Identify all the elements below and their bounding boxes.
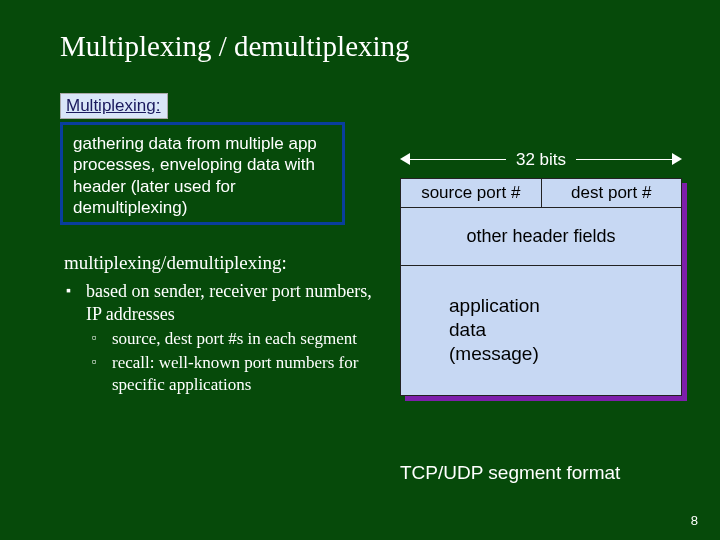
slide-title: Multiplexing / demultiplexing xyxy=(60,30,410,63)
other-fields-cell: other header fields xyxy=(401,208,681,266)
port-row: source port # dest port # xyxy=(401,179,681,208)
bullet-level2: recall: well-known port numbers for spec… xyxy=(112,352,374,395)
arrow-line xyxy=(576,159,676,160)
bits-width-indicator: 32 bits xyxy=(400,148,682,172)
source-port-cell: source port # xyxy=(401,179,542,207)
application-data-cell: applicationdata(message) xyxy=(401,266,681,395)
bullet-text: based on sender, receiver port numbers, … xyxy=(86,281,372,324)
bullet-text: recall: well-known port numbers for spec… xyxy=(112,353,358,393)
segment-box: source port # dest port # other header f… xyxy=(400,178,682,396)
definition-box: gathering data from multiple app process… xyxy=(60,122,345,225)
bullet-text: source, dest port #s in each segment xyxy=(112,329,357,348)
subheading: multiplexing/demultiplexing: xyxy=(64,252,374,274)
bullet-level1: based on sender, receiver port numbers, … xyxy=(86,280,374,395)
page-number: 8 xyxy=(691,513,698,528)
bits-label: 32 bits xyxy=(516,150,566,170)
arrow-line xyxy=(406,159,506,160)
left-text-block: multiplexing/demultiplexing: based on se… xyxy=(64,252,374,399)
multiplexing-label: Multiplexing: xyxy=(60,93,168,119)
dest-port-cell: dest port # xyxy=(542,179,682,207)
bullet-level2: source, dest port #s in each segment xyxy=(112,328,374,349)
segment-diagram: 32 bits source port # dest port # other … xyxy=(400,148,682,396)
arrow-right-icon xyxy=(672,153,682,165)
diagram-caption: TCP/UDP segment format xyxy=(400,462,700,484)
definition-text: gathering data from multiple app process… xyxy=(73,134,317,217)
